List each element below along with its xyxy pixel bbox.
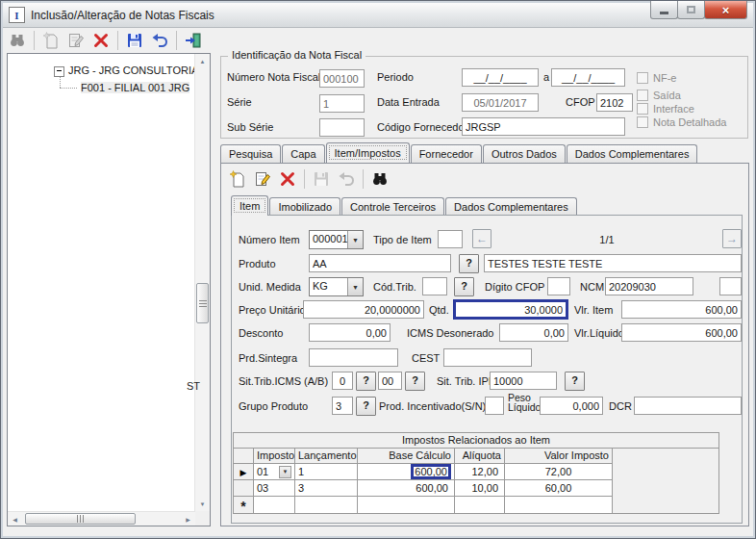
- sit-trib-icms-a-input[interactable]: [332, 372, 353, 390]
- new-button[interactable]: [38, 29, 63, 52]
- checkbox-icon[interactable]: [637, 116, 648, 128]
- checkbox-icon[interactable]: [637, 72, 648, 84]
- scroll-right-icon[interactable]: ▶: [181, 512, 195, 526]
- cell-aliquota[interactable]: 10,00: [455, 480, 505, 497]
- tab-capa[interactable]: Capa: [282, 144, 324, 163]
- scroll-left-icon[interactable]: ◀: [8, 512, 22, 526]
- cest-input[interactable]: [443, 348, 532, 367]
- prd-sintegra-input[interactable]: [309, 348, 398, 367]
- sit-trib-ipi-lookup-button[interactable]: ?: [565, 372, 585, 391]
- horizontal-scroll-thumb[interactable]: [25, 513, 136, 525]
- cell-base-calculo[interactable]: [358, 497, 455, 513]
- delete-button[interactable]: [88, 29, 113, 52]
- find-button[interactable]: [5, 29, 30, 52]
- save-button[interactable]: [122, 29, 147, 52]
- new-row-selector[interactable]: *: [234, 497, 254, 513]
- checkbox-nota-detalhada[interactable]: Nota Detalhada: [637, 116, 726, 128]
- chevron-down-icon[interactable]: ▼: [347, 278, 363, 295]
- item-find-button[interactable]: [367, 167, 392, 191]
- cell-lancamento[interactable]: 1: [295, 464, 358, 480]
- dcr-input[interactable]: [634, 397, 742, 415]
- chevron-down-icon[interactable]: ▼: [279, 466, 291, 478]
- periodo-ate-input[interactable]: [551, 68, 625, 87]
- table-row[interactable]: ▶ 01▼ 1 600,00 12,00 72,00: [234, 464, 718, 480]
- tree-collapse-icon[interactable]: [54, 66, 64, 77]
- item-delete-button[interactable]: [275, 167, 300, 191]
- checkbox-saida[interactable]: Saída: [637, 90, 681, 101]
- item-save-button[interactable]: [309, 167, 334, 191]
- cell-imposto[interactable]: 01▼: [254, 464, 295, 480]
- ncm-input[interactable]: [605, 277, 693, 295]
- cell-lancamento[interactable]: [295, 497, 358, 513]
- produto-codigo-input[interactable]: [309, 254, 451, 272]
- numero-item-combo[interactable]: 000001 ▼: [309, 230, 364, 249]
- cell-valor-imposto[interactable]: [505, 497, 613, 513]
- preco-unitario-input[interactable]: [303, 300, 424, 319]
- vertical-scroll-thumb[interactable]: [196, 283, 209, 323]
- prod-incentivado-input[interactable]: [485, 397, 504, 415]
- table-row[interactable]: 03 3 600,00 10,00 60,00: [234, 480, 718, 497]
- item-new-button[interactable]: [225, 167, 250, 191]
- serie-input[interactable]: [319, 94, 365, 113]
- row-selector[interactable]: [234, 480, 254, 497]
- peso-liquido-input[interactable]: [540, 397, 603, 415]
- tree-node-company[interactable]: JRG - JRG CONSULTORIA: [54, 64, 198, 77]
- minimize-button[interactable]: [650, 1, 678, 19]
- edit-button[interactable]: [63, 29, 88, 52]
- tab-dados-complementares[interactable]: Dados Complementares: [567, 144, 698, 163]
- scroll-up-icon[interactable]: ▲: [195, 54, 210, 68]
- sit-trib-icms-b-input[interactable]: [378, 372, 402, 390]
- checkbox-interface[interactable]: Interface: [637, 103, 694, 115]
- digito-cfop-input[interactable]: [547, 277, 570, 295]
- chevron-down-icon[interactable]: ▼: [347, 231, 363, 248]
- subserie-input[interactable]: [319, 118, 365, 137]
- cell-base-calculo[interactable]: 600,00: [358, 480, 455, 497]
- cell-imposto[interactable]: [254, 497, 295, 513]
- current-row-selector[interactable]: ▶: [234, 464, 254, 480]
- periodo-de-input[interactable]: [462, 68, 539, 87]
- grupo-produto-lookup-button[interactable]: ?: [356, 397, 376, 416]
- cod-trib-input[interactable]: [422, 277, 447, 295]
- tree-node-label[interactable]: F001 - FILIAL 001 JRG: [81, 82, 189, 93]
- codigo-fornecedor-input[interactable]: [462, 117, 625, 136]
- cell-valor-imposto[interactable]: 60,00: [505, 480, 613, 497]
- cell-aliquota[interactable]: 12,00: [455, 464, 505, 480]
- checkbox-icon[interactable]: [637, 90, 648, 101]
- sit-trib-icms-a-lookup-button[interactable]: ?: [356, 372, 376, 391]
- cod-trib-lookup-button[interactable]: ?: [454, 277, 474, 296]
- cfop-input[interactable]: [596, 93, 633, 112]
- vlr-item-input[interactable]: [621, 300, 742, 319]
- qtd-input[interactable]: [453, 299, 568, 320]
- checkbox-icon[interactable]: [637, 103, 648, 115]
- item-undo-button[interactable]: [334, 167, 359, 191]
- desconto-input[interactable]: [309, 323, 391, 342]
- cell-imposto[interactable]: 03: [254, 480, 295, 497]
- checkbox-nfe[interactable]: NF-e: [637, 72, 676, 84]
- grupo-produto-input[interactable]: [332, 397, 353, 415]
- tab-imobilizado[interactable]: Imobilizado: [269, 197, 340, 216]
- close-button[interactable]: ×: [704, 1, 747, 19]
- sit-trib-icms-b-lookup-button[interactable]: ?: [405, 372, 425, 391]
- tab-outros-dados[interactable]: Outros Dados: [483, 144, 566, 163]
- data-entrada-input[interactable]: [462, 93, 539, 112]
- previous-item-button[interactable]: ←: [472, 229, 491, 248]
- maximize-button[interactable]: [677, 1, 705, 19]
- cell-lancamento[interactable]: 3: [295, 480, 358, 497]
- tab-controle-terceiros[interactable]: Controle Terceiros: [341, 197, 444, 216]
- item-edit-button[interactable]: [250, 167, 275, 191]
- tab-dados-complementares-item[interactable]: Dados Complementares: [445, 197, 577, 216]
- tab-pesquisa[interactable]: Pesquisa: [220, 144, 281, 163]
- cell-aliquota[interactable]: [455, 497, 505, 513]
- exit-button[interactable]: [181, 29, 206, 52]
- icms-desonerado-input[interactable]: [499, 323, 568, 342]
- next-item-button[interactable]: →: [722, 229, 742, 248]
- cell-valor-imposto[interactable]: 72,00: [505, 464, 613, 480]
- produto-lookup-button[interactable]: ?: [459, 254, 479, 273]
- unid-medida-combo[interactable]: KG ▼: [309, 277, 364, 296]
- tree-horizontal-scrollbar[interactable]: ◀ ▶: [8, 511, 195, 526]
- tree-node-branch[interactable]: F001 - FILIAL 001 JRG: [81, 82, 189, 93]
- produto-descricao-input[interactable]: [484, 254, 742, 272]
- tipo-item-input[interactable]: [438, 230, 463, 248]
- undo-button[interactable]: [147, 29, 172, 52]
- cell-base-calculo[interactable]: 600,00: [358, 464, 455, 480]
